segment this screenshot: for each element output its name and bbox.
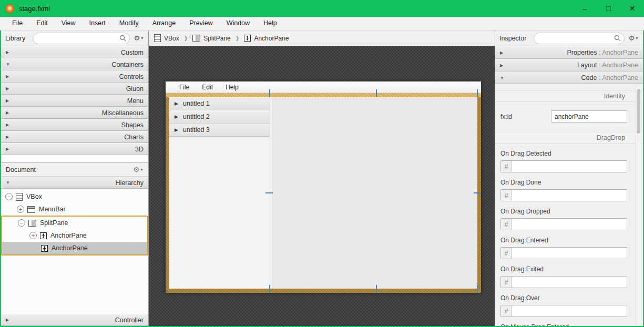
inspector-section-properties[interactable]: ▶Properties : AnchorPane (495, 46, 643, 59)
selection-handle[interactable] (474, 192, 481, 193)
menu-item-file[interactable]: File (5, 17, 29, 30)
expand-toggle-icon[interactable]: + (17, 206, 24, 213)
event-field-label: On Drag Detected (500, 150, 627, 157)
inspector-section-label: Code : AnchorPane (581, 74, 638, 81)
preview-titled-pane-untitled-2[interactable]: ▶untitled 2 (169, 110, 270, 124)
preview-menu-item-file[interactable]: File (173, 84, 196, 91)
menu-item-preview[interactable]: Preview (182, 17, 219, 30)
tree-item-anchorpane[interactable]: +AnchorPane (2, 229, 147, 242)
inspector-section-target: : AnchorPane (599, 74, 638, 81)
anchorpane-icon (244, 35, 251, 42)
tree-item-menubar[interactable]: +MenuBar (1, 203, 148, 216)
event-handler-input[interactable] (512, 248, 627, 259)
preview-menu-item-help[interactable]: Help (219, 84, 245, 91)
fxid-input[interactable] (551, 110, 627, 122)
inspector-section-layout[interactable]: ▶Layout : AnchorPane (495, 59, 643, 71)
controller-section-header[interactable]: ▶ Controller (1, 314, 148, 326)
event-handler-input[interactable] (512, 305, 627, 316)
inspector-search-input[interactable] (534, 33, 625, 44)
breadcrumb-item-vbox[interactable]: VBox (154, 34, 179, 42)
library-section-shapes[interactable]: ▶Shapes (1, 119, 148, 131)
menu-item-help[interactable]: Help (257, 17, 284, 30)
preview-anchor-pane[interactable] (272, 97, 477, 289)
library-section-gluon[interactable]: ▶Gluon (1, 83, 148, 95)
event-handler-input[interactable] (512, 161, 627, 172)
event-input-group: # (500, 189, 627, 201)
breadcrumb-item-anchorpane[interactable]: AnchorPane (244, 35, 289, 42)
selection-handle[interactable] (269, 89, 270, 97)
event-prefix-label: # (501, 219, 512, 230)
menu-item-view[interactable]: View (55, 17, 83, 30)
inspector-section-code[interactable]: ▼Code : AnchorPane (495, 71, 643, 84)
collapse-toggle-icon[interactable]: − (18, 219, 25, 227)
preview-accordion-pane[interactable]: ▶untitled 1▶untitled 2▶untitled 3 (169, 97, 270, 289)
selection-handle[interactable] (477, 285, 478, 292)
disclosure-closed-icon: ▶ (6, 147, 12, 151)
document-header: Document ⚙▼ (1, 162, 148, 177)
disclosure-closed-icon: ▶ (500, 63, 506, 68)
library-section-miscellaneous[interactable]: ▶Miscellaneous (1, 107, 148, 119)
disclosure-closed-icon: ▶ (175, 114, 183, 119)
menu-item-edit[interactable]: Edit (29, 17, 55, 30)
inspector-scrollbar[interactable] (636, 84, 641, 325)
library-section-label: Custom (121, 49, 144, 56)
splitpane-icon (28, 220, 36, 227)
library-section-containers[interactable]: ▼Containers (1, 58, 148, 70)
preview-menu-item-edit[interactable]: Edit (196, 84, 219, 91)
maximize-button[interactable]: □ (597, 0, 620, 17)
library-search-input[interactable] (33, 33, 130, 44)
breadcrumb-label: AnchorPane (254, 35, 289, 42)
disclosure-closed-icon: ▶ (6, 318, 12, 322)
caret-down-icon: ▼ (140, 36, 144, 40)
inspector-menu-button[interactable]: ⚙▼ (628, 34, 639, 42)
content-canvas[interactable]: VBox›SplitPane›AnchorPane FileEditHelp ▶… (149, 30, 495, 326)
library-section-charts[interactable]: ▶Charts (1, 131, 148, 143)
event-prefix-label: # (501, 305, 512, 316)
library-menu-button[interactable]: ⚙▼ (134, 34, 144, 42)
collapse-toggle-icon[interactable]: − (5, 193, 13, 200)
disclosure-open-icon: ▼ (6, 62, 12, 67)
selection-handle[interactable] (376, 89, 377, 97)
selection-handle[interactable] (265, 192, 273, 193)
preview-titled-pane-untitled-3[interactable]: ▶untitled 3 (169, 124, 270, 137)
tree-item-vbox[interactable]: −VBox (1, 190, 148, 203)
document-menu-button[interactable]: ⚙▼ (133, 166, 144, 173)
event-field-on-drag-exited: On Drag Exited# (500, 265, 627, 288)
library-content-area (1, 155, 148, 162)
event-field-on-drag-done: On Drag Done# (500, 179, 627, 201)
selection-handle[interactable] (376, 285, 377, 292)
library-section-controls[interactable]: ▶Controls (1, 70, 148, 83)
selection-handle[interactable] (477, 89, 478, 97)
tree-item-splitpane[interactable]: −SplitPane (2, 217, 147, 229)
tree-item-anchorpane[interactable]: AnchorPane (2, 242, 147, 254)
disclosure-closed-icon: ▶ (6, 110, 12, 115)
event-handler-input[interactable] (512, 219, 627, 230)
preview-titled-pane-untitled-1[interactable]: ▶untitled 1 (169, 97, 270, 110)
library-section-3d[interactable]: ▶3D (1, 143, 148, 155)
menu-item-arrange[interactable]: Arrange (146, 17, 182, 30)
breadcrumb-item-splitpane[interactable]: SplitPane (192, 35, 230, 42)
library-section-menu[interactable]: ▶Menu (1, 95, 148, 107)
preview-menu-bar[interactable]: FileEditHelp (166, 81, 481, 93)
menu-item-insert[interactable]: Insert (83, 17, 113, 30)
event-handler-input[interactable] (512, 277, 627, 288)
menu-item-window[interactable]: Window (220, 17, 257, 30)
disclosure-closed-icon: ▶ (175, 101, 183, 106)
hierarchy-section-header[interactable]: ▼ Hierarchy (1, 177, 148, 189)
menu-item-modify[interactable]: Modify (113, 17, 146, 30)
inspector-scrollbar-thumb[interactable] (637, 89, 640, 134)
event-handler-input[interactable] (512, 190, 627, 201)
scene-builder-window: stage.fxml – □ ✕ FileEditViewInsertModif… (0, 0, 644, 327)
close-button[interactable]: ✕ (620, 0, 644, 17)
stage-preview[interactable]: FileEditHelp ▶untitled 1▶untitled 2▶unti… (166, 81, 481, 293)
event-field-on-drag-entered: On Drag Entered# (500, 237, 627, 259)
vbox-icon (154, 34, 161, 42)
selection-handle[interactable] (269, 285, 270, 292)
minimize-button[interactable]: – (573, 0, 597, 17)
gear-icon: ⚙ (628, 34, 635, 42)
library-section-custom[interactable]: ▶Custom (1, 46, 148, 58)
search-icon (119, 35, 126, 42)
expand-toggle-icon[interactable]: + (29, 232, 37, 239)
event-field-label: On Drag Entered (500, 237, 627, 244)
title-bar[interactable]: stage.fxml – □ ✕ (0, 0, 644, 17)
